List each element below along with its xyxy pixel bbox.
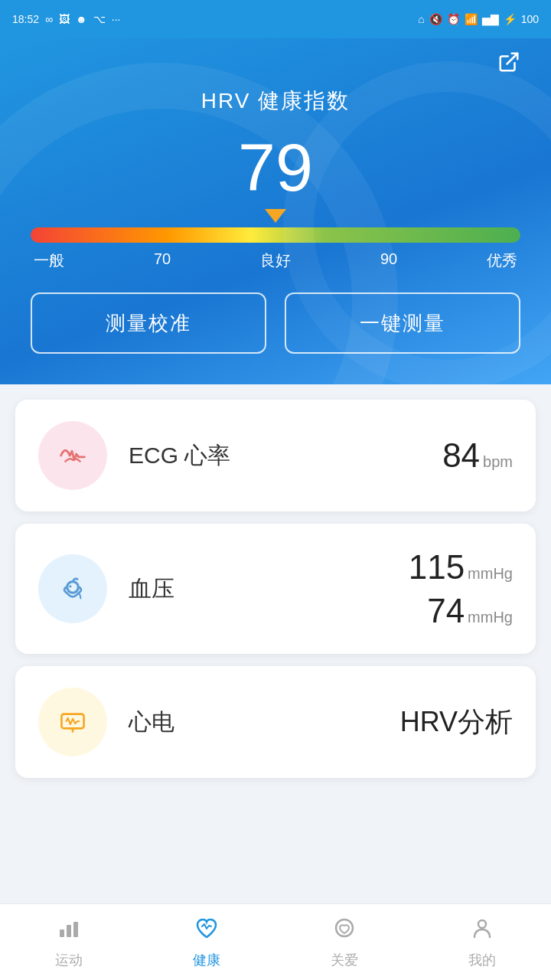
health-icon <box>194 916 219 946</box>
ecg-icon <box>38 421 107 490</box>
person-icon: ☻ <box>76 13 87 25</box>
share-icon[interactable] <box>497 51 520 79</box>
bp-label: 血压 <box>129 573 409 605</box>
gradient-bar <box>31 227 520 243</box>
hero-topbar <box>31 38 520 87</box>
ecg-unit: bpm <box>483 453 513 470</box>
mine-label: 我的 <box>468 951 496 969</box>
calibrate-button[interactable]: 测量校准 <box>31 292 266 354</box>
nav-sport[interactable]: 运动 <box>0 904 138 980</box>
card-list: ECG 心率 84bpm 血压 115mmHg 74mmHg <box>0 384 551 778</box>
bp-value: 115mmHg 74mmHg <box>409 545 513 632</box>
label-general: 一般 <box>34 250 64 271</box>
health-color-bar: 一般 70 良好 90 优秀 <box>31 227 520 271</box>
ecg2-label: 心电 <box>129 707 400 738</box>
charge-icon: ⚡ <box>504 13 517 25</box>
ecg2-icon <box>38 688 107 756</box>
ecg-big-value: 84 <box>442 436 480 474</box>
label-90: 90 <box>380 250 397 271</box>
label-good: 良好 <box>260 250 291 271</box>
svg-rect-9 <box>60 929 64 937</box>
hero-section: HRV 健康指数 79 一般 70 良好 90 优秀 测量校准 一键测量 <box>0 38 551 384</box>
battery-display: 100 <box>521 13 539 25</box>
nav-care[interactable]: 关爱 <box>276 904 413 980</box>
svg-rect-11 <box>73 922 78 937</box>
volume-icon: 🔇 <box>429 13 442 25</box>
dots-icon: ··· <box>112 13 121 25</box>
status-bar: 18:52 ∞ 🖼 ☻ ⌥ ··· ⌂ 🔇 ⏰ 📶 ▅▇ ⚡ 100 <box>0 0 551 38</box>
ecg-label: ECG 心率 <box>129 440 442 472</box>
ecg-value: 84bpm <box>442 436 513 475</box>
status-right: ⌂ 🔇 ⏰ 📶 ▅▇ ⚡ 100 <box>418 13 539 25</box>
hrv-analysis-text: HRV分析 <box>400 706 513 737</box>
bar-labels: 一般 70 良好 90 优秀 <box>31 250 520 271</box>
ecg-card[interactable]: ECG 心率 84bpm <box>15 400 536 511</box>
hrv-card[interactable]: 心电 HRV分析 <box>15 666 536 778</box>
signal-bars-icon: ▅▇ <box>482 13 499 25</box>
score-indicator <box>31 209 520 223</box>
svg-point-5 <box>55 704 90 740</box>
nav-health[interactable]: 健康 <box>138 904 276 980</box>
svg-rect-10 <box>67 925 71 937</box>
bp-diastolic: 74mmHg <box>409 589 513 632</box>
arrow-down-icon <box>265 209 286 223</box>
hrv-score: 79 <box>31 134 520 201</box>
nav-mine[interactable]: 我的 <box>413 904 551 980</box>
svg-point-2 <box>55 571 90 606</box>
alarm-icon: ⏰ <box>447 13 460 25</box>
time-display: 18:52 <box>12 13 39 25</box>
wifi-icon: 📶 <box>465 13 478 25</box>
bp-systolic: 115mmHg <box>409 545 513 589</box>
sport-label: 运动 <box>55 951 83 969</box>
care-label: 关爱 <box>331 951 358 969</box>
hrv-value: HRV分析 <box>400 704 513 741</box>
bp-card[interactable]: 血压 115mmHg 74mmHg <box>15 524 536 654</box>
health-label: 健康 <box>193 951 220 969</box>
svg-line-0 <box>507 54 518 64</box>
bluetooth-icon: ⌂ <box>418 13 424 25</box>
mine-icon <box>470 916 494 946</box>
image-icon: 🖼 <box>59 13 70 25</box>
label-70: 70 <box>154 250 171 271</box>
hero-buttons: 测量校准 一键测量 <box>31 292 520 354</box>
usb-icon: ⌥ <box>93 13 106 25</box>
sport-icon <box>57 916 81 946</box>
svg-point-13 <box>478 920 486 928</box>
care-icon <box>332 916 357 946</box>
hrv-title: HRV 健康指数 <box>31 87 520 116</box>
label-excellent: 优秀 <box>487 250 517 271</box>
bp-icon <box>38 554 107 623</box>
bottom-nav: 运动 健康 关爱 我的 <box>0 903 551 980</box>
status-left: 18:52 ∞ 🖼 ☻ ⌥ ··· <box>12 13 120 25</box>
signal-icon: ∞ <box>45 13 53 25</box>
svg-point-4 <box>69 586 71 588</box>
measure-button[interactable]: 一键测量 <box>285 292 520 354</box>
